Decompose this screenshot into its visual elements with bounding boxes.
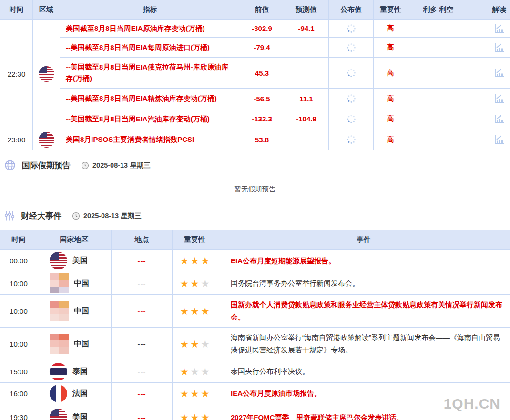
sliders-icon <box>4 210 15 222</box>
holiday-date: 2025-08-13 星期三 <box>81 161 151 170</box>
event-row: 10:00 中国 --- ★★★ 国务院台湾事务办公室举行新闻发布会。 <box>0 272 510 295</box>
importance-stars: ★★★ <box>173 360 217 383</box>
star-icon: ★ <box>180 389 189 399</box>
holiday-empty-box: 暂无假期预告 <box>0 178 510 200</box>
star-icon: ★ <box>180 279 189 289</box>
importance-stars: ★★★ <box>173 272 217 295</box>
col-interpret: 解读 <box>469 0 510 20</box>
col-forecast: 预测值 <box>284 0 329 20</box>
globe-icon <box>4 159 16 171</box>
published-value <box>329 129 374 150</box>
event-time: 16:00 <box>0 383 37 404</box>
forecast-value <box>284 58 329 89</box>
indicator-link[interactable]: 美国8月IPSOS主要消费者情绪指数PCSI <box>60 129 240 150</box>
bias-cell <box>408 89 469 109</box>
us-flag-icon <box>39 66 54 82</box>
us-flag-icon <box>50 252 67 270</box>
location-cell: --- <box>112 272 173 295</box>
event-text[interactable]: 泰国央行公布利率决议。 <box>217 360 510 383</box>
col-importance: 重要性 <box>173 230 217 250</box>
importance-stars: ★★★ <box>173 295 217 328</box>
country-cell: 美国 <box>37 404 112 420</box>
country-cell: 泰国 <box>37 360 112 383</box>
forecast-value: -104.9 <box>284 109 329 129</box>
country-cell: 法国 <box>37 383 112 404</box>
interpret-cell[interactable] <box>469 129 510 150</box>
events-section-header: 财经大事件 2025-08-13 星期三 <box>4 209 510 223</box>
event-text[interactable]: 国新办就个人消费贷款贴息政策和服务业经营主体贷款贴息政策有关情况举行新闻发布会。 <box>217 295 510 328</box>
col-time: 时间 <box>0 230 37 250</box>
event-text[interactable]: 海南省新闻办公室举行“海南自贸港政策解读”系列主题新闻发布会——《海南自由贸易港… <box>217 328 510 360</box>
location-cell: --- <box>112 250 173 272</box>
importance-badge: 高 <box>374 89 408 109</box>
table-row: 23:00 美国8月IPSOS主要消费者情绪指数PCSI 53.8 高 <box>0 129 510 150</box>
china-flag-pixelated-icon <box>50 334 69 354</box>
star-icon: ★ <box>180 412 189 420</box>
interpret-cell[interactable] <box>469 109 510 129</box>
events-table: 时间 国家地区 地点 重要性 事件 00:00 美国 --- ★★★ EIA公布… <box>0 230 510 420</box>
star-icon: ★ <box>201 339 210 349</box>
forecast-value: 11.1 <box>284 89 329 109</box>
previous-value: 45.3 <box>240 58 284 89</box>
bar-chart-arrow-icon[interactable] <box>494 42 504 53</box>
country-name: 中国 <box>74 339 89 349</box>
bar-chart-arrow-icon[interactable] <box>494 68 504 78</box>
event-text[interactable]: 国务院台湾事务办公室举行新闻发布会。 <box>217 272 510 295</box>
event-time: 15:00 <box>0 360 37 383</box>
time-cell: 22:30 <box>0 20 33 129</box>
events-date-label: 2025-08-13 星期三 <box>83 211 142 220</box>
star-icon: ★ <box>190 389 199 399</box>
published-value <box>329 20 374 38</box>
loading-spinner-icon <box>346 114 357 124</box>
bar-chart-arrow-icon[interactable] <box>494 134 504 145</box>
event-time: 00:00 <box>0 250 37 272</box>
col-location: 地点 <box>112 230 173 250</box>
event-row: 10:00 中国 --- ★★★ 海南省新闻办公室举行“海南自贸港政策解读”系列… <box>0 328 510 360</box>
bar-chart-arrow-icon[interactable] <box>494 93 504 104</box>
table-row: --美国截至8月8日当周EIA汽油库存变动(万桶) -132.3 -104.9 … <box>0 109 510 129</box>
country-cell: 中国 <box>37 295 112 328</box>
country-name: 美国 <box>72 256 88 266</box>
indicator-link[interactable]: 美国截至8月8日当周EIA原油库存变动(万桶) <box>60 20 240 38</box>
col-region: 区域 <box>33 0 60 20</box>
holiday-date-label: 2025-08-13 星期三 <box>92 161 151 170</box>
bar-chart-arrow-icon[interactable] <box>494 23 504 34</box>
holiday-section-title: 国际假期预告 <box>22 160 71 171</box>
country-name: 法国 <box>72 389 88 399</box>
star-icon: ★ <box>201 279 210 289</box>
published-value <box>329 89 374 109</box>
star-icon: ★ <box>180 306 189 316</box>
indicator-link[interactable]: --美国截至8月8日当周EIA每周原油进口(万桶) <box>60 38 240 58</box>
event-text[interactable]: EIA公布月度短期能源展望报告。 <box>217 250 510 272</box>
interpret-cell[interactable] <box>469 38 510 58</box>
star-icon: ★ <box>190 256 199 266</box>
interpret-cell[interactable] <box>469 20 510 38</box>
importance-badge: 高 <box>374 58 408 89</box>
us-flag-icon <box>50 409 67 420</box>
region-cell <box>33 20 60 129</box>
col-indicator: 指标 <box>60 0 240 20</box>
published-value <box>329 109 374 129</box>
loading-spinner-icon <box>346 42 357 53</box>
bar-chart-arrow-icon[interactable] <box>494 114 504 124</box>
indicator-link[interactable]: --美国截至8月8日当周EIA汽油库存变动(万桶) <box>60 109 240 129</box>
importance-stars: ★★★ <box>173 404 217 420</box>
country-name: 美国 <box>72 412 88 420</box>
indicator-link[interactable]: --美国截至8月8日当周EIA精炼油库存变动(万桶) <box>60 89 240 109</box>
indicator-link[interactable]: --美国截至8月8日当周EIA俄克拉荷马州-库欣原油库存(万桶) <box>60 58 240 89</box>
holiday-section-header: 国际假期预告 2025-08-13 星期三 <box>4 158 510 172</box>
location-cell: --- <box>112 383 173 404</box>
events-date: 2025-08-13 星期三 <box>72 211 142 220</box>
star-icon: ★ <box>190 367 199 377</box>
interpret-cell[interactable] <box>469 89 510 109</box>
region-cell <box>33 129 60 150</box>
economic-calendar-table: 时间 区域 指标 前值 预测值 公布值 重要性 利多 利空 解读 22:30 美… <box>0 0 510 150</box>
event-time: 19:30 <box>0 404 37 420</box>
economic-calendar: 时间 区域 指标 前值 预测值 公布值 重要性 利多 利空 解读 22:30 美… <box>0 0 510 150</box>
time-cell: 23:00 <box>0 129 33 150</box>
table-row: 22:30 美国截至8月8日当周EIA原油库存变动(万桶) -302.9 -94… <box>0 20 510 38</box>
table-row: --美国截至8月8日当周EIA俄克拉荷马州-库欣原油库存(万桶) 45.3 高 <box>0 58 510 89</box>
calendar-header-row: 时间 区域 指标 前值 预测值 公布值 重要性 利多 利空 解读 <box>0 0 510 20</box>
interpret-cell[interactable] <box>469 58 510 89</box>
col-bias: 利多 利空 <box>408 0 469 20</box>
